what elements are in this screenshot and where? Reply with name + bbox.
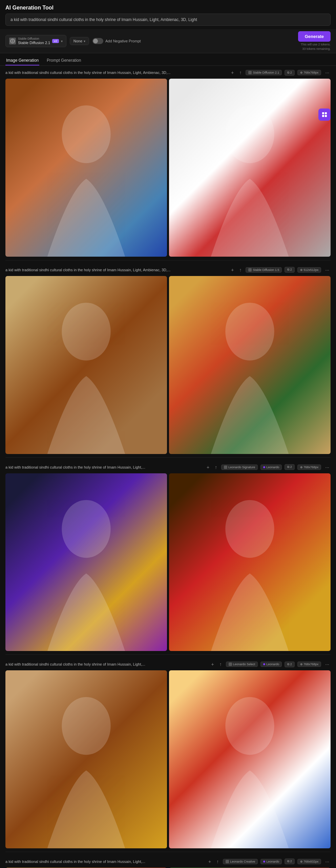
svg-point-7 xyxy=(225,303,274,361)
gen-prompt-text: a kid with traditional sindhi cultural c… xyxy=(5,860,204,864)
gen-size-tag: ⊕ 768x768px xyxy=(297,70,321,75)
gen-add-button[interactable] xyxy=(205,464,211,471)
gen-prompt-text: a kid with traditional sindhi cultural c… xyxy=(5,465,203,469)
toggle-label: Add Negative Prompt xyxy=(105,39,141,43)
negative-prompt-toggle-wrap: Add Negative Prompt xyxy=(92,38,141,44)
model-label-bottom: Stable Diffusion 2.1 xyxy=(18,41,50,45)
gen-more-button[interactable] xyxy=(324,267,331,273)
gen-image-3-2[interactable] xyxy=(169,473,331,651)
tab-prompt-generation[interactable]: Prompt Generation xyxy=(46,56,82,65)
gen-images-grid xyxy=(5,670,331,848)
gen-size-tag: ⊕ 768x832px xyxy=(297,859,321,864)
generation-block-3: a kid with traditional sindhi cultural c… xyxy=(0,460,336,655)
gen-prompt-text: a kid with traditional sindhi cultural c… xyxy=(5,662,207,666)
gen-upload-button[interactable] xyxy=(238,267,243,273)
gen-model-tag: Leonardo Creative xyxy=(223,859,258,864)
chevron-down-icon: ▾ xyxy=(61,39,63,43)
gen-model-tag: Stable Diffusion 1.5 xyxy=(246,267,282,273)
gen-prompt-text: a kid with traditional sindhi cultural c… xyxy=(5,71,227,75)
gen-more-button[interactable] xyxy=(324,464,331,471)
svg-rect-23 xyxy=(325,115,327,117)
toolbar: Stable Diffusion Stable Diffusion 2.1 v2… xyxy=(0,29,336,53)
gen-size-tag: ⊕ 768x768px xyxy=(297,465,321,470)
gen-size-tag: ⊕ 768x768px xyxy=(297,662,321,667)
gen-model-tag: Leonardo Signature xyxy=(221,465,258,470)
gen-count-tag: ⧉ 2 xyxy=(285,70,295,76)
gen-size-tag: ⊕ 512x512px xyxy=(297,267,321,273)
toggle-knob xyxy=(93,39,98,43)
gen-more-button[interactable] xyxy=(324,69,331,76)
gen-provider-tag: Leonardo xyxy=(260,465,282,470)
gen-image-1-2[interactable] xyxy=(169,79,331,257)
svg-point-11 xyxy=(225,697,274,755)
negative-prompt-toggle[interactable] xyxy=(92,38,103,44)
model-icon xyxy=(9,38,16,44)
gen-image-2-2[interactable] xyxy=(169,276,331,454)
svg-rect-21 xyxy=(325,112,327,114)
prompt-input-display[interactable]: a kid with traditional sindhi cultural c… xyxy=(5,14,331,26)
gen-add-button[interactable] xyxy=(230,69,235,76)
gen-model-tag: Stable Diffusion 2.1 xyxy=(246,70,282,75)
gen-image-1-1[interactable] xyxy=(5,79,167,257)
svg-rect-20 xyxy=(322,112,324,114)
gen-add-button[interactable] xyxy=(230,267,235,273)
gen-more-button[interactable] xyxy=(324,858,331,865)
generations-container: a kid with traditional sindhi cultural c… xyxy=(0,66,336,868)
floating-action-button[interactable] xyxy=(318,108,331,121)
svg-point-9 xyxy=(225,500,274,558)
svg-rect-22 xyxy=(322,115,324,117)
svg-point-5 xyxy=(225,105,274,163)
gen-provider-tag: Leonardo xyxy=(260,859,282,864)
gen-count-tag: ⧉ 2 xyxy=(285,859,295,864)
gen-count-tag: ⧉ 2 xyxy=(285,662,295,667)
model-selector[interactable]: Stable Diffusion Stable Diffusion 2.1 v2… xyxy=(5,35,66,47)
gen-meta-3: a kid with traditional sindhi cultural c… xyxy=(5,464,331,471)
generation-block-4: a kid with traditional sindhi cultural c… xyxy=(0,657,336,852)
gen-count-tag: ⧉ 2 xyxy=(285,267,295,273)
svg-point-10 xyxy=(62,697,110,755)
gen-image-4-2[interactable] xyxy=(169,670,331,848)
model-label-top: Stable Diffusion xyxy=(18,37,50,41)
gen-count-tag: ⧉ 2 xyxy=(285,464,295,470)
gen-provider-tag: Leonardo xyxy=(260,662,282,667)
gen-image-3-1[interactable] xyxy=(5,473,167,651)
gen-image-4-1[interactable] xyxy=(5,670,167,848)
gen-upload-button[interactable] xyxy=(215,858,220,865)
gen-images-grid xyxy=(5,473,331,651)
gen-meta-4: a kid with traditional sindhi cultural c… xyxy=(5,661,331,668)
page-title: AI Generation Tool xyxy=(0,0,336,14)
gen-upload-button[interactable] xyxy=(213,464,218,471)
svg-point-6 xyxy=(62,303,110,361)
svg-point-8 xyxy=(62,500,110,558)
tabs-bar: Image Generation Prompt Generation xyxy=(0,53,336,66)
gen-prompt-text: a kid with traditional sindhi cultural c… xyxy=(5,268,227,272)
model-badge: v2 xyxy=(52,39,59,43)
generation-block-1: a kid with traditional sindhi cultural c… xyxy=(0,66,336,260)
token-info: This will use 2 tokens. 33 tokens remain… xyxy=(301,42,331,51)
gen-add-button[interactable] xyxy=(210,661,215,668)
generation-block-2: a kid with traditional sindhi cultural c… xyxy=(0,263,336,458)
gen-upload-button[interactable] xyxy=(238,69,243,76)
gen-upload-button[interactable] xyxy=(218,661,223,668)
style-selector[interactable]: None ▾ xyxy=(70,37,89,45)
gen-image-2-1[interactable] xyxy=(5,276,167,454)
gen-meta-5: a kid with traditional sindhi cultural c… xyxy=(5,858,331,865)
gen-meta-1: a kid with traditional sindhi cultural c… xyxy=(5,69,331,76)
gen-more-button[interactable] xyxy=(324,661,331,668)
chevron-down-icon: ▾ xyxy=(84,39,85,43)
gen-meta-2: a kid with traditional sindhi cultural c… xyxy=(5,267,331,273)
gen-images-grid xyxy=(5,276,331,454)
tab-image-generation[interactable]: Image Generation xyxy=(5,56,39,65)
svg-point-4 xyxy=(62,105,110,163)
style-label: None xyxy=(74,39,82,43)
gen-model-tag: Leonardo Select xyxy=(226,662,258,667)
gen-images-grid xyxy=(5,79,331,257)
generation-block-5: a kid with traditional sindhi cultural c… xyxy=(0,855,336,868)
generate-button[interactable]: Generate xyxy=(298,31,331,42)
gen-add-button[interactable] xyxy=(207,858,212,865)
